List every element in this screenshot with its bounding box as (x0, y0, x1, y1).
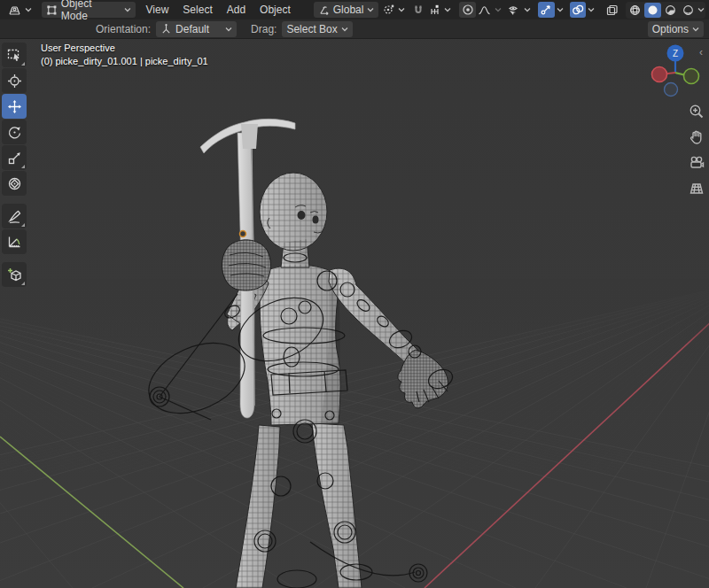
camera-view-icon (689, 155, 705, 171)
blender-window: { "header": { "editor_type": "3d-viewpor… (0, 0, 709, 588)
viewport-header: Object Mode View Select Add Object Globa… (0, 0, 709, 19)
object-visibility-dropdown[interactable] (503, 2, 534, 18)
tool-rotate[interactable] (2, 120, 27, 144)
shading-solid-icon (647, 4, 658, 16)
tool-settings-bar: Orientation: Default Drag: Select Box Op… (0, 19, 709, 39)
orientation-label: Orientation: (96, 23, 151, 35)
transform-orientation-dropdown[interactable]: Global (314, 2, 379, 18)
tool-measure[interactable] (2, 229, 27, 254)
active-object-label: (0) picke_dirty_01.001 | picke_dirty_01 (41, 55, 208, 68)
gizmos-dropdown[interactable] (557, 7, 564, 12)
add-cube-icon (7, 267, 22, 282)
options-dropdown[interactable]: Options (648, 21, 704, 37)
viewport-3d[interactable] (0, 0, 709, 588)
orientation-label: Global (333, 4, 364, 16)
shading-rendered-button[interactable] (680, 3, 697, 18)
visibility-icon (506, 4, 520, 17)
drag-label: Drag: (251, 23, 277, 35)
editor-type-button[interactable] (4, 2, 36, 18)
chevron-down-icon (225, 27, 232, 32)
chevron-down-icon (524, 7, 531, 12)
measure-icon (7, 235, 22, 250)
xray-toggle[interactable] (604, 2, 620, 18)
shading-dropdown[interactable] (697, 7, 705, 12)
pivot-point-icon (382, 4, 394, 16)
mode-dropdown[interactable]: Object Mode (42, 2, 136, 18)
shading-rendered-icon (682, 4, 694, 16)
pivot-point-dropdown[interactable] (380, 2, 407, 18)
object-mode-icon (46, 4, 58, 16)
chevron-down-icon (341, 27, 348, 32)
chevron-down-icon (697, 7, 705, 12)
editor-type-icon (8, 4, 21, 17)
viewport-text-overlay: User Perspective (0) picke_dirty_01.001 … (41, 42, 208, 68)
select-box-icon (7, 48, 22, 63)
tool-cursor[interactable] (2, 68, 27, 93)
menu-object[interactable]: Object (253, 0, 298, 19)
proportional-edit-icon (462, 4, 474, 16)
view-perspective-label: User Perspective (41, 42, 208, 55)
chevron-down-icon (557, 7, 564, 12)
gizmo-neg-z-handle[interactable] (665, 83, 678, 97)
show-overlays-toggle[interactable] (570, 2, 587, 18)
chevron-down-icon (588, 7, 595, 12)
tool-move[interactable] (2, 94, 27, 119)
scale-icon (7, 151, 22, 166)
zoom-button[interactable] (686, 101, 707, 122)
pickaxe-hub (241, 124, 258, 149)
menu-add[interactable]: Add (220, 0, 253, 19)
cursor-icon (7, 74, 22, 89)
gizmo-x-handle[interactable] (652, 67, 667, 82)
shading-material-button[interactable] (662, 3, 679, 18)
options-label: Options (652, 23, 689, 35)
show-gizmos-toggle[interactable] (538, 2, 555, 18)
shading-material-icon (665, 4, 676, 16)
gizmo-y-handle[interactable] (684, 69, 699, 84)
xray-icon (605, 4, 619, 17)
pan-button[interactable] (686, 127, 707, 148)
tool-add-cube[interactable] (2, 262, 27, 287)
transform-icon (7, 176, 22, 191)
falloff-dropdown[interactable] (476, 2, 503, 18)
drag-mode-dropdown[interactable]: Select Box (282, 21, 352, 37)
tool-annotate[interactable] (2, 204, 27, 228)
tool-transform[interactable] (2, 171, 27, 196)
proportional-edit-toggle[interactable] (459, 2, 476, 18)
orientation-default-dropdown[interactable]: Default (156, 21, 237, 37)
drag-value: Select Box (286, 23, 337, 35)
menubar: View Select Add Object (139, 0, 298, 19)
camera-view-button[interactable] (686, 152, 707, 174)
gizmos-icon (540, 4, 552, 16)
tool-select-box[interactable] (2, 43, 27, 67)
shading-wireframe-button[interactable] (627, 3, 643, 18)
overlays-icon (572, 4, 584, 16)
orientation-axes-icon (318, 4, 330, 16)
snap-increment-icon (428, 4, 440, 16)
object-origin-dot (240, 231, 246, 237)
toggle-ortho-button[interactable] (686, 178, 707, 199)
chevron-down-icon (444, 7, 451, 12)
gizmo-z-label: Z (673, 49, 678, 58)
falloff-curve-icon (478, 4, 491, 16)
shading-mode-group (626, 2, 705, 19)
snap-toggle[interactable] (409, 2, 426, 18)
chevron-down-icon (124, 7, 131, 12)
menu-select[interactable]: Select (175, 0, 219, 19)
shading-wireframe-icon (629, 4, 641, 16)
move-icon (7, 99, 22, 114)
snap-settings-dropdown[interactable] (426, 2, 453, 18)
chevron-down-icon (25, 7, 32, 12)
viewport-nav-buttons (686, 101, 707, 199)
pan-hand-icon (689, 129, 705, 145)
orientation-axes-icon (160, 23, 172, 35)
annotate-icon (7, 209, 22, 224)
magnet-icon (412, 4, 425, 16)
overlays-dropdown[interactable] (588, 7, 595, 12)
chevron-down-icon (495, 7, 502, 12)
orientation-value: Default (175, 23, 222, 35)
sidebar-collapse-arrow[interactable]: ‹ (699, 46, 703, 58)
menu-view[interactable]: View (139, 0, 176, 19)
tool-scale[interactable] (2, 145, 27, 170)
rotate-icon (7, 125, 22, 140)
shading-solid-button[interactable] (644, 3, 661, 18)
